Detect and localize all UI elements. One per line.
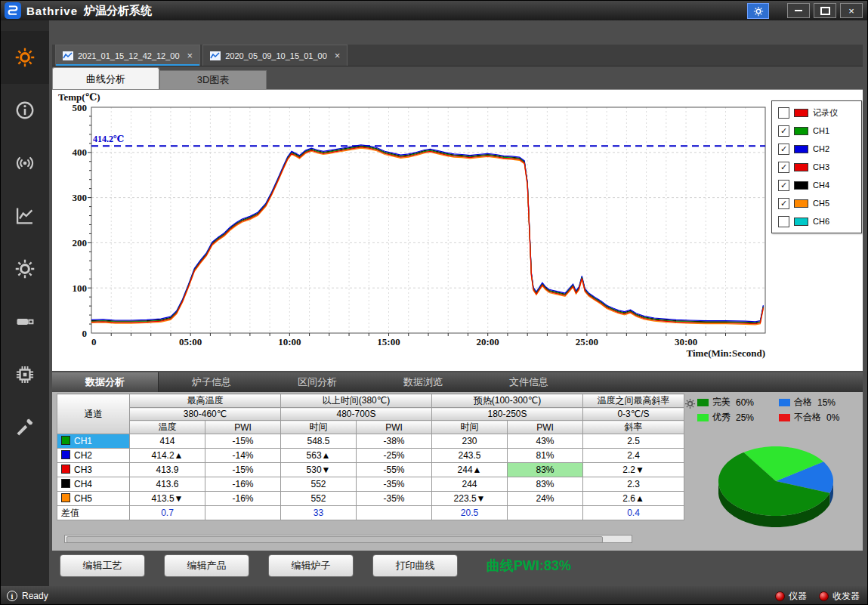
transceiver-status-icon [819,591,829,601]
gear-icon [14,47,36,68]
document-tab-label: 2020_05_09_10_15_01_00 [225,51,327,60]
sidebar-item-tools[interactable] [1,401,49,454]
bottom-tab[interactable]: 数据分析 [52,372,159,392]
sidebar-item-info[interactable] [1,84,49,137]
channel-cell[interactable]: CH3 [57,463,130,477]
bottom-tab[interactable]: 炉子信息 [159,372,264,392]
pie-legend-value: 15% [817,397,836,408]
minimize-button[interactable] [787,3,810,18]
table-header-cell: 温度 [130,421,205,434]
legend-label: CH2 [813,144,829,153]
table-cell: 81% [508,449,583,463]
table-header-cell: PWI [508,421,583,434]
table-header-cell: 温度之间最高斜率 [583,394,684,408]
tab-3d-chart[interactable]: 3D图表 [159,70,267,89]
sidebar [1,20,49,586]
legend-item[interactable]: ✓CH1 [772,122,861,140]
checkbox-icon[interactable] [778,107,789,119]
pie-legend-label: 合格 [794,396,812,409]
table-header-cell: 通道 [57,394,130,434]
tab-close-icon[interactable]: × [335,50,341,61]
pie-legend-value: 0% [826,412,839,423]
channel-cell[interactable]: CH5 [57,492,130,506]
legend-item[interactable]: ✓CH5 [772,194,861,212]
signal-icon [14,153,36,174]
sidebar-item-signal[interactable] [1,137,49,190]
tab-close-icon[interactable]: × [187,50,193,61]
table-cell: 2.5 [583,434,684,449]
tab-curve-analysis[interactable]: 曲线分析 [52,67,159,89]
table-cell: 24% [508,492,583,506]
legend-item[interactable]: ✓CH4 [772,176,861,194]
svg-text:0: 0 [82,328,88,339]
checkbox-icon[interactable] [778,216,789,227]
table-cell [205,506,281,520]
maximize-button[interactable] [814,3,836,18]
pwi-pie-chart [706,422,850,547]
pie-legend-value: 60% [736,397,754,408]
checkbox-icon[interactable]: ✓ [778,198,789,209]
table-cell: 243.5 [432,449,508,463]
x-axis-title: Time(Min:Second) [687,347,765,359]
edit-product-button[interactable]: 编辑产品 [164,554,249,577]
table-cell: -14% [205,449,281,463]
sidebar-item-curve[interactable] [1,190,49,242]
print-curve-button[interactable]: 打印曲线 [372,554,458,577]
bottom-tab[interactable]: 数据浏览 [370,372,476,392]
legend-item[interactable]: CH6 [772,212,861,230]
edit-process-button[interactable]: 编辑工艺 [60,554,145,577]
svg-text:30:00: 30:00 [675,336,697,347]
series-CH3 [91,147,763,324]
legend-item[interactable]: 记录仪 [772,103,861,122]
sidebar-item-device[interactable] [1,295,49,348]
channel-data-table: 通道最高温度以上时间(380℃)预热(100-300℃)温度之间最高斜率380-… [57,394,684,520]
table-cell: 20.5 [432,506,508,520]
minimize-icon [795,10,802,11]
close-button[interactable]: × [840,3,863,18]
checkbox-icon[interactable]: ✓ [778,125,789,137]
table-row: CH4413.6-16%552-35%24483%2.3 [57,477,684,492]
table-cell: 33 [281,506,357,520]
document-tab[interactable]: 2020_05_09_10_15_01_00× [202,45,348,66]
table-cell: 223.5▼ [432,492,508,506]
series-color-swatch [794,163,808,171]
pie-settings-gear-icon[interactable] [684,398,696,409]
svg-text:100: 100 [73,282,88,294]
table-cell: -55% [357,463,432,477]
status-text: Ready [22,591,48,601]
legend-label: CH5 [813,199,829,208]
table-row: 差值0.73320.50.4 [57,506,684,520]
document-tab[interactable]: 2021_01_15_12_42_12_00× [55,45,200,66]
svg-text:05:00: 05:00 [179,336,202,347]
table-row: CH1414-15%548.5-38%23043%2.5 [57,434,684,449]
table-cell: 414 [130,434,205,449]
channel-cell[interactable]: CH2 [57,449,130,463]
titlebar: Bathrive 炉温分析系统 × [1,1,868,20]
edit-furnace-button[interactable]: 编辑炉子 [268,554,354,577]
sidebar-item-settings[interactable] [1,242,49,295]
sidebar-item-chip[interactable] [1,348,49,401]
series-color-swatch [794,127,808,135]
legend-item[interactable]: ✓CH3 [772,158,861,176]
titlebar-settings-button[interactable] [747,3,769,19]
checkbox-icon[interactable]: ✓ [778,180,789,191]
chip-icon [14,364,36,385]
table-cell: 530▼ [281,463,357,477]
sidebar-item-control[interactable] [1,31,49,84]
transceiver-status[interactable]: 收发器 [819,590,860,603]
bottom-tab[interactable]: 文件信息 [476,372,582,392]
horizontal-scrollbar[interactable] [64,535,632,543]
bottom-tab[interactable]: 区间分析 [264,372,370,392]
checkbox-icon[interactable]: ✓ [778,144,789,155]
channel-cell[interactable]: CH1 [57,434,130,449]
instrument-status[interactable]: 仪器 [775,590,807,603]
checkbox-icon[interactable]: ✓ [778,162,789,173]
channel-cell[interactable]: 差值 [57,506,130,520]
analysis-panel: 通道最高温度以上时间(380℃)预热(100-300℃)温度之间最高斜率380-… [52,392,863,551]
series-CH5 [91,148,763,325]
legend-item[interactable]: ✓CH2 [772,140,861,158]
scrollbar-thumb[interactable] [66,536,603,543]
channel-cell[interactable]: CH4 [57,477,130,492]
app-brand: Bathrive [26,5,78,17]
app-window: Bathrive 炉温分析系统 × [0,0,868,605]
